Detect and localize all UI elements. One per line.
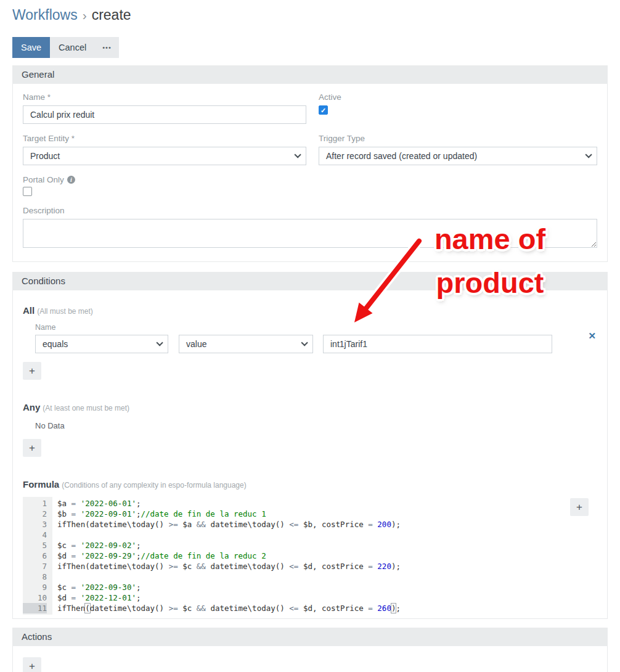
target-entity-select[interactable]: Product (23, 147, 306, 165)
condition-value-input[interactable] (323, 335, 552, 353)
chevron-down-icon (585, 151, 592, 158)
portal-only-field-cell: Portal Onlyi (23, 175, 306, 196)
name-input[interactable] (23, 105, 306, 124)
conditions-panel: Conditions All(All must be met) Name equ… (12, 272, 608, 619)
condition-subject-select[interactable]: value (179, 335, 313, 353)
active-label: Active (319, 92, 597, 102)
chevron-down-icon (301, 339, 308, 346)
formula-editor[interactable]: 1234567891011 $a = '2022-06-01';$b = '20… (23, 497, 597, 615)
active-checkbox[interactable]: ✓ (319, 105, 328, 115)
add-any-condition-button[interactable]: + (23, 439, 41, 457)
target-entity-value: Product (30, 151, 60, 161)
info-icon: i (67, 176, 75, 184)
actions-panel-title: Actions (12, 628, 608, 646)
breadcrumb: Workflows›create (12, 0, 608, 32)
page-title: create (92, 7, 131, 23)
formula-editor-gutter: 1234567891011 (23, 497, 52, 615)
condition-operator-value: equals (43, 339, 68, 349)
formula-editor-code[interactable]: $a = '2022-06-01';$b = '2022-09-01';//da… (52, 497, 597, 615)
condition-row: equals value ✕ (35, 335, 597, 353)
active-field-cell: Active ✓ (319, 92, 597, 124)
trigger-type-label: Trigger Type (319, 134, 597, 143)
general-panel-title: General (12, 65, 608, 84)
general-panel: General Name * Active ✓ Target Entity * … (12, 65, 608, 262)
condition-subject-value: value (186, 339, 206, 349)
name-field-cell: Name * (23, 92, 306, 124)
description-label: Description (23, 206, 597, 215)
trigger-type-field-cell: Trigger Type After record saved (created… (319, 134, 597, 165)
all-conditions-heading: All(All must be met) (23, 305, 597, 316)
any-no-data-text: No Data (35, 420, 597, 430)
breadcrumb-separator: › (83, 8, 87, 22)
cancel-button[interactable]: Cancel (50, 37, 95, 58)
description-textarea[interactable] (23, 219, 597, 248)
condition-field-label: Name (35, 323, 597, 332)
chevron-down-icon (294, 151, 301, 158)
target-entity-field-cell: Target Entity * Product (23, 134, 306, 165)
add-action-button[interactable]: + (23, 657, 41, 672)
portal-only-label: Portal Onlyi (23, 175, 306, 184)
save-button[interactable]: Save (12, 37, 50, 58)
toolbar: Save Cancel ••• (12, 37, 608, 58)
condition-operator-select[interactable]: equals (35, 335, 168, 353)
trigger-type-select[interactable]: After record saved (created or updated) (319, 147, 597, 165)
formula-heading: Formula(Conditions of any complexity in … (23, 479, 597, 490)
more-actions-button[interactable]: ••• (95, 37, 119, 58)
page: Workflows›create Save Cancel ••• General… (0, 0, 620, 672)
breadcrumb-workflows-link[interactable]: Workflows (12, 7, 78, 23)
remove-condition-icon[interactable]: ✕ (587, 330, 597, 342)
chevron-down-icon (156, 339, 163, 346)
add-formula-button[interactable]: + (570, 498, 589, 516)
portal-only-checkbox[interactable] (23, 187, 32, 196)
name-label: Name * (23, 92, 306, 102)
add-all-condition-button[interactable]: + (23, 362, 41, 380)
actions-panel: Actions + (12, 628, 608, 672)
target-entity-label: Target Entity * (23, 134, 306, 143)
conditions-panel-title: Conditions (12, 272, 608, 290)
trigger-type-value: After record saved (created or updated) (326, 151, 477, 161)
description-field-cell: Description (23, 206, 597, 250)
any-conditions-heading: Any(At least one must be met) (23, 402, 597, 412)
